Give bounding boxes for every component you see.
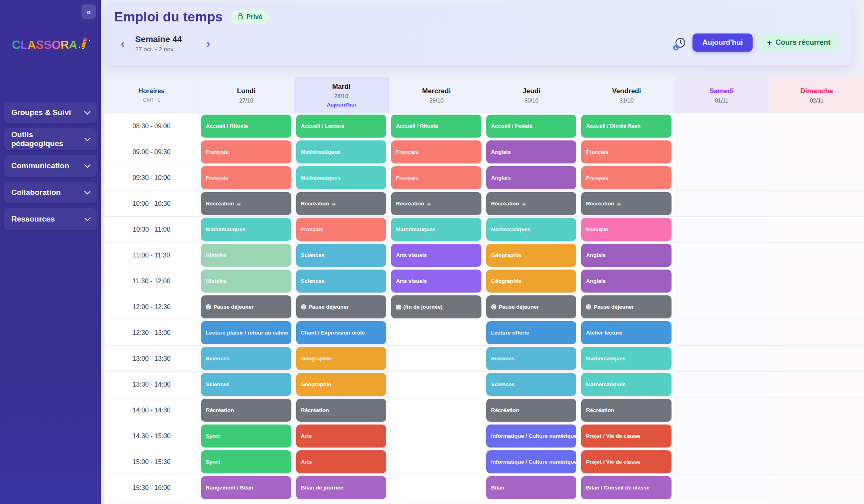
event-chip[interactable]: Français bbox=[296, 218, 387, 241]
event-chip[interactable]: Arts bbox=[296, 425, 387, 448]
add-recurrent-course-button[interactable]: + Cours récurrent bbox=[759, 33, 839, 52]
coffee-icon: ☕ bbox=[427, 201, 431, 206]
event-chip[interactable]: Accueil / Dictée flash bbox=[581, 115, 672, 138]
event-chip[interactable]: Sciences bbox=[486, 347, 577, 370]
event-chip[interactable]: Accueil / Rituels bbox=[391, 115, 481, 138]
event-chip[interactable]: Anglais bbox=[581, 244, 672, 267]
event-chip[interactable]: Bilan de journée bbox=[296, 476, 387, 499]
event-chip[interactable]: Arts visuels bbox=[391, 270, 481, 293]
event-label: Mathématiques bbox=[396, 226, 435, 232]
event-chip[interactable]: Pause déjeuner bbox=[296, 295, 387, 318]
sidebar-item-outils-p-dagogiques[interactable]: Outils pédagogiques bbox=[4, 128, 97, 150]
event-chip[interactable]: Projet / Vie de classe bbox=[581, 425, 672, 448]
event-label: Sciences bbox=[491, 356, 515, 362]
day-name: Mardi bbox=[332, 83, 350, 91]
event-chip[interactable]: Sciences bbox=[201, 347, 291, 370]
event-chip[interactable]: Sciences bbox=[486, 373, 577, 396]
coffee-icon: ☕ bbox=[521, 201, 526, 206]
event-chip[interactable]: Récréation☕ bbox=[486, 192, 577, 215]
event-chip[interactable]: Sciences bbox=[296, 270, 387, 293]
event-chip[interactable]: Mathématiques bbox=[391, 218, 481, 241]
sidebar-item-collaboration[interactable]: Collaboration bbox=[4, 182, 97, 203]
event-chip[interactable]: Récréation☕ bbox=[201, 192, 291, 215]
event-chip[interactable]: Informatique / Culture numérique bbox=[486, 450, 577, 473]
event-chip[interactable]: Récréation☕ bbox=[391, 192, 481, 215]
event-chip[interactable]: Géographie bbox=[486, 270, 577, 293]
week-label: Semaine 44 bbox=[135, 34, 196, 44]
event-chip[interactable]: Sport bbox=[201, 425, 291, 448]
event-chip[interactable]: Mathématiques bbox=[581, 373, 672, 396]
event-chip[interactable]: Rangement / Bilan bbox=[201, 476, 291, 499]
event-chip[interactable]: Mathématiques bbox=[201, 218, 291, 241]
event-chip[interactable]: Musique bbox=[581, 218, 672, 241]
event-chip[interactable]: Récréation bbox=[201, 399, 291, 422]
event-chip[interactable]: Pause déjeuner bbox=[581, 295, 672, 318]
coffee-icon: ☕ bbox=[236, 201, 241, 206]
event-chip[interactable]: Mathématiques bbox=[296, 166, 387, 189]
event-chip[interactable]: Bilan bbox=[486, 476, 577, 499]
day-cell: Sciences bbox=[294, 268, 389, 294]
event-chip[interactable]: Géographie bbox=[296, 373, 387, 396]
event-chip[interactable]: Mathématiques bbox=[486, 218, 577, 241]
event-label: Récréation bbox=[491, 201, 519, 207]
event-chip[interactable]: Anglais bbox=[486, 140, 577, 163]
event-chip[interactable]: Français bbox=[391, 166, 481, 189]
event-chip[interactable]: Accueil / Poésie bbox=[486, 115, 577, 138]
event-chip[interactable]: Accueil / Rituels bbox=[201, 115, 291, 138]
event-chip[interactable]: Mathématiques bbox=[296, 140, 387, 163]
event-chip[interactable]: Récréation bbox=[486, 399, 577, 422]
event-chip[interactable]: Français bbox=[201, 166, 291, 189]
event-chip[interactable]: Accueil / Lecture bbox=[296, 115, 387, 138]
event-chip[interactable]: Anglais bbox=[486, 166, 577, 189]
event-chip[interactable]: Histoire bbox=[201, 270, 291, 293]
event-chip[interactable]: Mathématiques bbox=[581, 347, 672, 370]
sidebar-item-ressources[interactable]: Ressources bbox=[4, 208, 97, 230]
day-cell: Sciences bbox=[484, 371, 579, 397]
event-chip[interactable]: Récréation☕ bbox=[581, 192, 672, 215]
event-chip[interactable]: Sciences bbox=[296, 244, 387, 267]
event-chip[interactable]: Projet / Vie de classe bbox=[581, 450, 672, 473]
event-label: Bilan bbox=[491, 485, 504, 491]
event-chip[interactable]: Pause déjeuner bbox=[201, 295, 291, 318]
event-chip[interactable]: Arts bbox=[296, 450, 387, 473]
sidebar-collapse-button[interactable]: « bbox=[82, 4, 96, 19]
event-chip[interactable]: (fin de journée) bbox=[391, 295, 481, 318]
event-label: Pause déjeuner bbox=[594, 304, 634, 310]
event-chip[interactable]: Géographie bbox=[486, 244, 577, 267]
time-slot-label: 14:30 - 15:00 bbox=[105, 423, 199, 449]
event-label: Arts bbox=[301, 459, 312, 465]
event-chip[interactable]: Chant / Expression orale bbox=[296, 321, 387, 344]
event-chip[interactable]: Pause déjeuner bbox=[486, 295, 577, 318]
event-chip[interactable]: Français bbox=[581, 166, 672, 189]
event-chip[interactable]: Informatique / Culture numérique bbox=[486, 425, 577, 448]
event-chip[interactable]: Récréation bbox=[581, 399, 672, 422]
event-chip[interactable]: Histoire bbox=[201, 244, 291, 267]
event-chip[interactable]: Sciences bbox=[201, 373, 291, 396]
sidebar-item-groupes-suivi[interactable]: Groupes & Suivi bbox=[4, 102, 97, 123]
event-chip[interactable]: Arts visuels bbox=[391, 244, 481, 267]
day-cell: Mathématiques bbox=[199, 216, 294, 242]
time-column-title: Horaires bbox=[138, 88, 165, 95]
next-week-button[interactable]: › bbox=[205, 38, 212, 50]
event-chip[interactable]: Sport bbox=[201, 450, 291, 473]
event-chip[interactable]: Anglais bbox=[581, 270, 672, 293]
event-chip[interactable]: Lecture offerte bbox=[486, 321, 577, 344]
event-chip[interactable]: Géographie bbox=[296, 347, 387, 370]
event-chip[interactable]: Récréation☕ bbox=[296, 192, 387, 215]
clock-icon[interactable]: L bbox=[675, 37, 686, 48]
sidebar-item-communication[interactable]: Communication bbox=[4, 155, 97, 177]
event-chip[interactable]: Français bbox=[391, 140, 481, 163]
day-cell: Mathématiques bbox=[579, 371, 674, 397]
prev-week-button[interactable]: ‹ bbox=[119, 38, 126, 50]
event-chip[interactable]: Récréation bbox=[296, 399, 387, 422]
day-cell: Accueil / Rituels bbox=[389, 113, 484, 139]
event-chip[interactable]: Français bbox=[201, 140, 291, 163]
event-chip[interactable]: Lecture plaisir / retour au calme bbox=[201, 321, 291, 344]
day-cell: Histoire bbox=[199, 242, 294, 268]
day-header-lundi: Lundi27/10 bbox=[199, 77, 294, 113]
today-button[interactable]: Aujourd'hui bbox=[692, 33, 752, 52]
event-chip[interactable]: Français bbox=[581, 140, 672, 163]
event-label: Arts visuels bbox=[396, 252, 427, 258]
event-chip[interactable]: Bilan / Conseil de classe bbox=[581, 476, 672, 499]
event-chip[interactable]: Atelier lecture bbox=[581, 321, 672, 344]
